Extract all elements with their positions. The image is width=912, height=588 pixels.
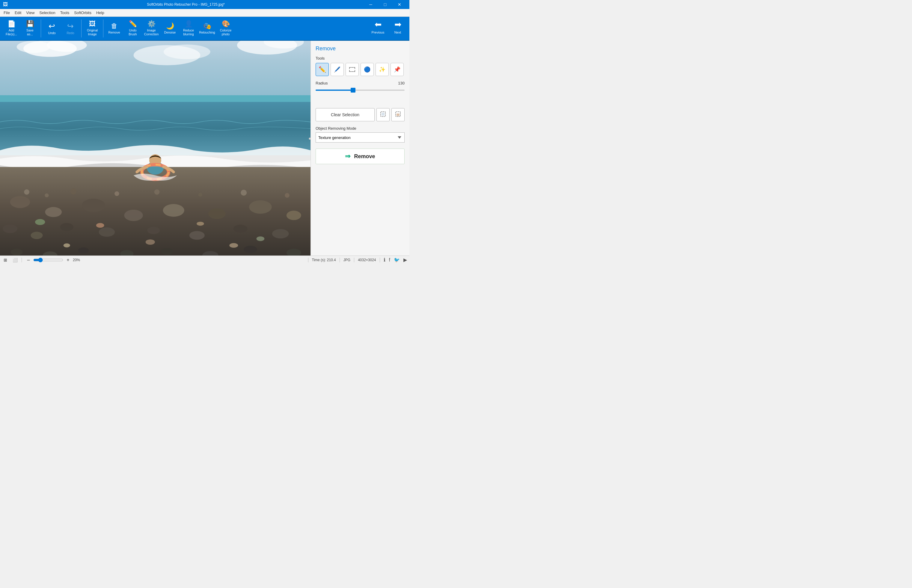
canvas-area[interactable] xyxy=(0,41,310,255)
panel-title: Remove xyxy=(315,45,404,52)
svg-rect-58 xyxy=(396,113,399,116)
tool-eraser[interactable]: 🖊️ xyxy=(331,63,344,76)
toolbar-separator-1 xyxy=(41,19,41,37)
svg-point-19 xyxy=(3,225,18,233)
fit-screen-icon[interactable]: ⊞ xyxy=(2,257,8,263)
image-correction-icon: ⚙️ xyxy=(147,21,155,27)
image-correction-button[interactable]: ⚙️ ImageCorrection xyxy=(142,18,160,39)
status-sep-5 xyxy=(380,258,380,262)
maximize-button[interactable]: □ xyxy=(378,0,392,9)
zoom-slider[interactable] xyxy=(33,258,63,262)
magic-wand-icon: ✨ xyxy=(379,66,385,73)
title-bar: 🖼 SoftOrbits Photo Retoucher Pro - IMG_1… xyxy=(0,0,409,9)
status-right: Time (s): 210.4 JPG 4032×3024 ℹ f 🐦 ▶ xyxy=(308,257,407,263)
undo-icon: ↩ xyxy=(49,22,55,30)
undo-brush-icon: ✏️ xyxy=(129,21,137,27)
twitter-button[interactable]: 🐦 xyxy=(394,257,400,263)
undo-button[interactable]: ↩ Undo xyxy=(43,18,61,39)
undo-brush-label: UndoBrush xyxy=(129,29,137,36)
load-selection-button[interactable] xyxy=(391,108,404,121)
svg-point-37 xyxy=(78,247,89,254)
menu-help[interactable]: Help xyxy=(94,10,107,16)
denoise-button[interactable]: 🌙 Denoise xyxy=(161,18,179,39)
rect-select-icon xyxy=(349,67,355,72)
svg-point-30 xyxy=(115,191,119,196)
svg-point-5 xyxy=(163,45,210,59)
previous-button[interactable]: ⬅ Previous xyxy=(369,18,387,39)
undo-label: Undo xyxy=(48,31,55,35)
svg-point-12 xyxy=(45,207,62,217)
minimize-button[interactable]: ─ xyxy=(364,0,378,9)
actual-size-icon[interactable]: ⬜ xyxy=(12,257,18,263)
reduce-blurring-button[interactable]: 👤 Reduceblurring xyxy=(179,18,197,39)
svg-point-3 xyxy=(17,41,50,53)
save-as-icon: 💾 xyxy=(26,21,34,27)
svg-point-24 xyxy=(189,231,205,240)
zoom-controls: – + 20% xyxy=(26,257,83,263)
svg-point-44 xyxy=(146,239,155,245)
zoom-in-button[interactable]: + xyxy=(65,257,71,263)
svg-point-45 xyxy=(197,222,204,226)
tools-section-label: Tools xyxy=(315,56,404,60)
next-button[interactable]: ➡ Next xyxy=(388,18,407,39)
window-title: SoftOrbits Photo Retoucher Pro - IMG_172… xyxy=(8,2,364,6)
slider-thumb[interactable] xyxy=(351,88,356,92)
facebook-button[interactable]: f xyxy=(389,257,390,263)
original-image-button[interactable]: 🖼 OriginalImage xyxy=(83,18,101,39)
youtube-button[interactable]: ▶ xyxy=(403,257,407,263)
mode-select[interactable]: Texture generation Smart fill Clone xyxy=(315,132,404,142)
save-selection-button[interactable] xyxy=(377,108,390,121)
remove-button[interactable]: ⇒ Remove xyxy=(315,149,404,164)
close-button[interactable]: ✕ xyxy=(393,0,406,9)
menu-tools[interactable]: Tools xyxy=(58,10,72,16)
reduce-blurring-label: Reduceblurring xyxy=(183,29,194,36)
svg-point-23 xyxy=(147,227,160,234)
pencil-icon: ✏️ xyxy=(319,66,326,73)
zoom-out-button[interactable]: – xyxy=(26,257,31,263)
status-sep-3 xyxy=(340,258,340,262)
menu-bar: File Edit View Selection Tools SoftOrbit… xyxy=(0,9,409,17)
tool-lasso[interactable]: 🔵 xyxy=(361,63,374,76)
remove-icon: 🗑 xyxy=(111,23,118,29)
svg-point-18 xyxy=(286,211,301,220)
tool-pencil[interactable]: ✏️ xyxy=(315,63,329,76)
save-as-button[interactable]: 💾 Saveas... xyxy=(21,18,39,39)
stamp-icon: 📌 xyxy=(394,66,400,73)
menu-edit[interactable]: Edit xyxy=(12,10,24,16)
retouching-label: Retouching xyxy=(199,31,215,34)
menu-softorbits[interactable]: SoftOrbits xyxy=(72,10,94,16)
denoise-icon: 🌙 xyxy=(166,23,174,29)
lasso-icon: 🔵 xyxy=(364,66,370,73)
menu-view[interactable]: View xyxy=(24,10,37,16)
time-label: Time (s): 210.4 xyxy=(312,258,336,262)
svg-point-25 xyxy=(233,225,247,233)
status-sep-2 xyxy=(308,258,309,262)
redo-button[interactable]: ↪ Redo xyxy=(61,18,79,39)
svg-point-14 xyxy=(124,210,143,221)
svg-rect-56 xyxy=(382,113,385,116)
info-button[interactable]: ℹ xyxy=(383,257,385,263)
colorize-photo-icon: 🎨 xyxy=(222,21,230,27)
status-sep-4 xyxy=(354,258,354,262)
nav-group: ⬅ Previous ➡ Next xyxy=(369,18,407,39)
previous-label: Previous xyxy=(372,31,385,34)
add-files-button[interactable]: 📄 Add File(s)... xyxy=(2,18,20,39)
tool-magic-wand[interactable]: ✨ xyxy=(375,63,389,76)
svg-point-27 xyxy=(24,189,29,195)
main-area: Remove Tools ✏️ 🖊️ 🔵 ✨ 📌 R xyxy=(0,41,409,255)
svg-point-48 xyxy=(35,219,45,225)
svg-point-32 xyxy=(199,192,202,197)
menu-selection[interactable]: Selection xyxy=(37,10,58,16)
tools-row: ✏️ 🖊️ 🔵 ✨ 📌 xyxy=(315,63,404,76)
svg-point-17 xyxy=(249,200,272,214)
menu-file[interactable]: File xyxy=(1,10,12,16)
tool-rect-select[interactable] xyxy=(346,63,359,76)
tool-stamp[interactable]: 📌 xyxy=(391,63,404,76)
remove-toolbar-button[interactable]: 🗑 Remove xyxy=(105,18,123,39)
clear-selection-button[interactable]: Clear Selection xyxy=(315,108,375,121)
undo-brush-button[interactable]: ✏️ UndoBrush xyxy=(124,18,142,39)
retouching-button[interactable]: 🎭 Retouching xyxy=(198,18,216,39)
radius-label: Radius xyxy=(315,81,328,86)
object-removing-mode-label: Object Removing Mode xyxy=(315,126,404,131)
colorize-photo-button[interactable]: 🎨 Colorizephoto xyxy=(217,18,234,39)
